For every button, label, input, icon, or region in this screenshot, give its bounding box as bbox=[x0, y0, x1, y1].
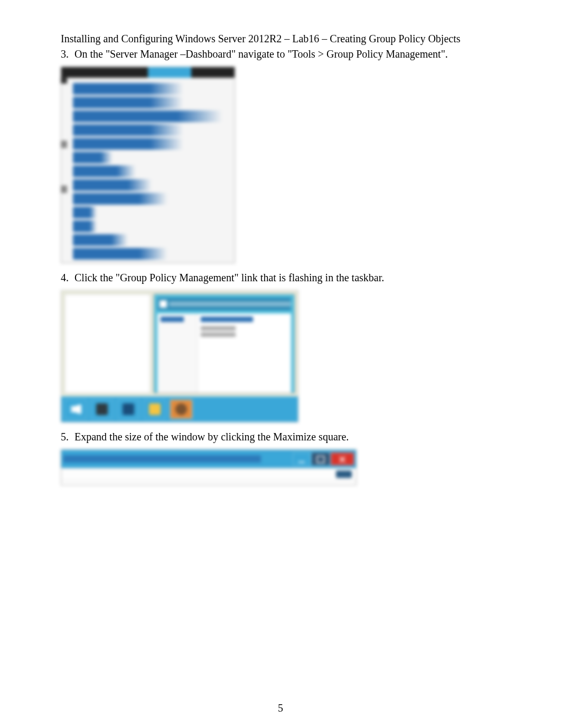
minimize-button[interactable] bbox=[293, 453, 311, 465]
step-5-text: Expand the size of the window by clickin… bbox=[74, 430, 500, 444]
step-5-number: 5. bbox=[61, 430, 74, 444]
gpm-content-edge bbox=[61, 481, 356, 485]
step-4-text: Click the "Group Policy Management" link… bbox=[74, 271, 500, 285]
step-3: 3. On the "Server Manager –Dashboard" na… bbox=[61, 47, 500, 61]
close-button[interactable] bbox=[331, 453, 354, 465]
folder-icon bbox=[149, 403, 161, 415]
taskbar-gpm-flashing[interactable] bbox=[170, 400, 192, 419]
maximize-button[interactable] bbox=[312, 453, 330, 465]
topbar-segment bbox=[105, 67, 148, 78]
sidebar-icon bbox=[61, 141, 67, 148]
menu-item[interactable] bbox=[73, 138, 183, 150]
menu-item[interactable] bbox=[73, 179, 152, 191]
tools-dropdown-menu bbox=[61, 78, 235, 263]
server-manager-topbar bbox=[61, 67, 235, 78]
step-4-number: 4. bbox=[61, 271, 74, 285]
topbar-segment bbox=[191, 67, 235, 78]
gpm-details-label bbox=[201, 333, 236, 337]
gpm-menubar[interactable] bbox=[61, 468, 356, 481]
gpm-titlebar bbox=[61, 450, 356, 468]
menu-item[interactable] bbox=[73, 152, 113, 163]
screenshot-tools-menu bbox=[61, 67, 500, 263]
windows-taskbar bbox=[61, 397, 298, 422]
sidebar-icon bbox=[61, 186, 67, 193]
topbar-segment bbox=[61, 67, 105, 78]
start-button[interactable] bbox=[64, 400, 87, 419]
gpm-titlebar-title bbox=[63, 455, 261, 463]
page-number: 5 bbox=[0, 702, 561, 714]
gpm-details-label bbox=[201, 326, 236, 330]
gpm-tree-pane[interactable] bbox=[157, 314, 198, 393]
taskbar-file-explorer[interactable] bbox=[144, 400, 166, 419]
menu-item-gpm[interactable] bbox=[73, 248, 167, 260]
screenshot-taskbar-gpm bbox=[61, 290, 500, 422]
page-header: Installing and Configuring Windows Serve… bbox=[61, 32, 500, 46]
gpm-window-titlebar bbox=[157, 298, 291, 310]
menubar-drop-icon[interactable] bbox=[336, 471, 352, 478]
menu-item[interactable] bbox=[73, 124, 183, 136]
taskbar-powershell[interactable] bbox=[117, 400, 139, 419]
menu-item[interactable] bbox=[73, 165, 136, 177]
windows-logo-icon bbox=[70, 403, 81, 415]
menu-item[interactable] bbox=[73, 220, 97, 232]
server-manager-panel bbox=[64, 294, 151, 393]
gpm-details-heading bbox=[201, 317, 253, 322]
screenshot-maximize bbox=[61, 449, 500, 485]
step-5: 5. Expand the size of the window by clic… bbox=[61, 430, 500, 444]
sidebar-dashboard-icon bbox=[61, 77, 67, 84]
gpm-window bbox=[154, 294, 295, 393]
powershell-icon bbox=[123, 403, 134, 415]
menu-item[interactable] bbox=[73, 110, 222, 122]
gpm-window-icon bbox=[160, 300, 167, 308]
gpm-window-title bbox=[169, 301, 291, 307]
step-3-number: 3. bbox=[61, 47, 74, 61]
gpm-details-pane bbox=[198, 314, 291, 393]
gpm-tree-root[interactable] bbox=[161, 317, 184, 322]
menu-item[interactable] bbox=[73, 207, 97, 218]
taskbar-server-manager[interactable] bbox=[91, 400, 113, 419]
server-manager-icon bbox=[96, 403, 108, 415]
menu-item[interactable] bbox=[73, 193, 167, 205]
step-4: 4. Click the "Group Policy Management" l… bbox=[61, 271, 500, 285]
step-3-text: On the "Server Manager –Dashboard" navig… bbox=[74, 47, 500, 61]
menu-item[interactable] bbox=[73, 234, 128, 246]
menu-item[interactable] bbox=[73, 97, 183, 108]
menu-item[interactable] bbox=[73, 83, 183, 95]
topbar-tools-tab[interactable] bbox=[148, 67, 191, 78]
gpm-icon bbox=[175, 403, 187, 415]
